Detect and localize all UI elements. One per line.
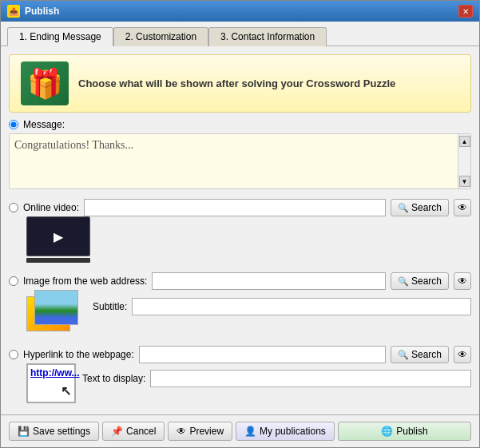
image-web-section: Image from the web address: 🔍 Search 👁 S…	[9, 269, 471, 336]
video-timeline	[26, 258, 90, 263]
image-web-row: Image from the web address: 🔍 Search 👁	[9, 272, 471, 290]
search-icon-1: 🔍	[398, 203, 409, 213]
hyperlink-input[interactable]	[139, 346, 386, 363]
image-web-eye-button[interactable]: 👁	[454, 272, 471, 290]
cursor-icon: ↖	[61, 383, 71, 398]
scroll-down-btn[interactable]: ▼	[459, 176, 470, 187]
message-textarea-wrapper: ▲ ▼	[9, 133, 471, 189]
gift-icon	[21, 61, 69, 105]
window-icon: 📤	[7, 5, 20, 18]
cancel-icon: 📌	[111, 426, 123, 437]
title-bar-left: 📤 Publish	[7, 5, 59, 18]
save-settings-button[interactable]: 💾 Save settings	[9, 422, 99, 441]
online-video-section: Online video: 🔍 Search 👁	[9, 196, 471, 263]
tab-contact-information[interactable]: 3. Contact Information	[208, 27, 327, 46]
hyperlink-search-button[interactable]: 🔍 Search	[391, 346, 449, 363]
hyperlink-label: Hyperlink to the webpage:	[23, 349, 134, 360]
tab-customization[interactable]: 2. Customization	[113, 27, 208, 46]
image-web-radio[interactable]	[9, 276, 18, 286]
main-content: Choose what will be shown after solving …	[1, 46, 479, 414]
message-radio[interactable]	[9, 120, 18, 129]
preview-button[interactable]: 👁 Preview	[168, 422, 232, 441]
subtitle-input[interactable]	[132, 298, 471, 315]
scroll-up-btn[interactable]: ▲	[459, 136, 470, 147]
online-video-row: Online video: 🔍 Search 👁	[9, 199, 471, 216]
image-thumb-main	[34, 290, 78, 325]
cancel-button[interactable]: 📌 Cancel	[102, 422, 165, 441]
footer: 💾 Save settings 📌 Cancel 👁 Preview 👤 My …	[1, 414, 479, 447]
title-bar: 📤 Publish ✕	[1, 1, 479, 22]
header-text: Choose what will be shown after solving …	[78, 77, 395, 89]
window-title: Publish	[25, 6, 59, 17]
text-to-display-label: Text to display:	[82, 373, 145, 384]
preview-icon: 👁	[177, 426, 186, 437]
online-video-input[interactable]	[84, 199, 386, 216]
online-video-eye-button[interactable]: 👁	[454, 199, 471, 216]
message-scrollbar[interactable]: ▲ ▼	[458, 134, 470, 188]
my-publications-button[interactable]: 👤 My publications	[236, 422, 335, 441]
tab-bar: 1. Ending Message 2. Customization 3. Co…	[1, 22, 479, 46]
subtitle-row: Subtitle:	[93, 298, 471, 315]
header-banner: Choose what will be shown after solving …	[9, 54, 471, 113]
hyperlink-thumbnail: http://ww... ↖	[26, 363, 76, 403]
close-button[interactable]: ✕	[458, 5, 473, 18]
image-web-search-button[interactable]: 🔍 Search	[391, 272, 449, 290]
mypub-icon: 👤	[244, 426, 256, 437]
text-to-display-row: Text to display:	[82, 370, 471, 387]
video-thumbnail	[26, 216, 90, 256]
message-radio-label[interactable]: Message:	[9, 119, 471, 130]
publish-icon: 🌐	[381, 426, 393, 437]
text-to-display-input[interactable]	[150, 370, 471, 387]
image-web-input[interactable]	[152, 272, 386, 290]
hyperlink-section: Hyperlink to the webpage: 🔍 Search 👁 htt…	[9, 343, 471, 403]
tab-ending-message[interactable]: 1. Ending Message	[7, 27, 113, 46]
message-section: Message: ▲ ▼	[9, 119, 471, 189]
subtitle-label: Subtitle:	[93, 301, 127, 312]
image-web-label: Image from the web address:	[23, 276, 147, 287]
hyperlink-radio[interactable]	[9, 350, 18, 359]
online-video-label: Online video:	[23, 202, 79, 213]
hyperlink-row: Hyperlink to the webpage: 🔍 Search 👁	[9, 346, 471, 363]
main-window: 📤 Publish ✕ 1. Ending Message 2. Customi…	[0, 0, 480, 448]
online-video-radio[interactable]	[9, 203, 18, 212]
message-textarea[interactable]	[10, 134, 470, 188]
hyperlink-eye-button[interactable]: 👁	[454, 346, 471, 363]
save-icon: 💾	[18, 426, 30, 437]
search-icon-3: 🔍	[398, 350, 409, 360]
image-thumbnail	[26, 290, 86, 336]
online-video-search-button[interactable]: 🔍 Search	[391, 199, 449, 216]
publish-button[interactable]: 🌐 Publish	[338, 422, 471, 441]
search-icon-2: 🔍	[398, 276, 409, 287]
